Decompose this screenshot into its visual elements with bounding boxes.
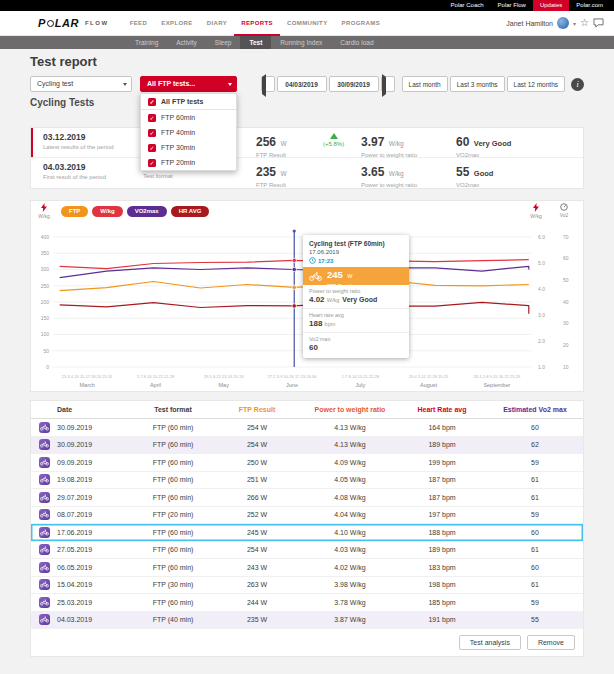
left-axis-tick: 350 [41, 250, 50, 256]
feedback-bubble-icon[interactable] [593, 18, 604, 28]
selection-line-top-dot [293, 229, 296, 232]
table-row-06.05.2019[interactable]: 06.05.2019 FTP (60 min) 243 W 4.02 W/kg … [31, 559, 583, 577]
range-button-last-month[interactable]: Last month [402, 76, 448, 92]
summary-row-first[interactable]: 04.03.2019 First result of the period FT… [31, 158, 583, 188]
checkbox-icon[interactable]: ✓ [148, 144, 156, 152]
nav-item-feed[interactable]: FEED [123, 11, 155, 36]
table-row-27.05.2019[interactable]: 27.05.2019 FTP (60 min) 254 W 4.03 W/kg … [31, 542, 583, 560]
col-estimated-vo2-max[interactable]: Estimated Vo2 max [489, 406, 581, 413]
cell-power-to-weight: 4.05 W/kg [305, 476, 395, 483]
cell-test-format: FTP (60 min) [137, 424, 209, 431]
checkbox-icon[interactable]: ✓ [148, 98, 156, 106]
subnav-item-sleep[interactable]: Sleep [206, 36, 241, 49]
legend-hr-avg[interactable]: HR AVG [171, 206, 210, 217]
cell-ftp-result: 254 W [209, 441, 305, 448]
favorites-star-icon[interactable]: ☆ [580, 18, 589, 28]
summary-latest-ftp-unit: W [280, 140, 286, 147]
summary-row-latest[interactable]: 03.12.2019 Latest results of the period … [31, 128, 583, 158]
checkbox-icon[interactable]: ✓ [148, 114, 156, 122]
topbar-link-updates[interactable]: Updates [533, 0, 569, 11]
table-row-08.07.2019[interactable]: 08.07.2019 FTP (20 min) 252 W 4.04 W/kg … [31, 507, 583, 525]
summary-latest-ftp: 256 [256, 135, 276, 149]
cell-ftp-result: 235 W [209, 616, 305, 623]
cell-date: 17.06.2019 [57, 529, 137, 536]
table-row-19.08.2019[interactable]: 19.08.2019 FTP (60 min) 251 W 4.05 W/kg … [31, 472, 583, 490]
topbar-link-polar-flow[interactable]: Polar Flow [491, 0, 533, 11]
table-row-30.09.2019[interactable]: 30.09.2019 FTP (60 min) 254 W 4.13 W/kg … [31, 437, 583, 455]
tooltip-power-section: Power to weight ratio 4.02 W/kgVery Good [303, 285, 409, 309]
topbar-link-polar-coach[interactable]: Polar Coach [444, 0, 491, 11]
selection-dot-w-kg[interactable] [292, 258, 296, 262]
legend-wkg[interactable]: W/kg [92, 206, 122, 217]
dropdown-option-ftp-30min[interactable]: ✓FTP 30min [141, 140, 236, 155]
cell-heart-rate: 187 bpm [395, 476, 489, 483]
end-date-input[interactable]: 30/09/2019 [329, 76, 379, 92]
table-row-04.03.2019[interactable]: 04.03.2019 FTP (40 min) 235 W 3.87 W/kg … [31, 612, 583, 630]
col-test-format[interactable]: Test format [137, 406, 209, 413]
table-row-17.06.2019[interactable]: 17.06.2019 FTP (60 min) 245 W 4.10 W/kg … [31, 524, 583, 542]
info-button[interactable]: i [571, 78, 584, 91]
start-date-input[interactable]: 04/03/2019 [277, 76, 327, 92]
page-title: Test report [30, 54, 97, 69]
summary-first-ftp: 235 [256, 165, 276, 179]
nav-item-programs[interactable]: PROGRAMS [335, 11, 388, 36]
next-period-button[interactable] [381, 76, 395, 92]
cell-power-to-weight: 4.02 W/kg [305, 564, 395, 571]
tooltip-power-rating: Very Good [342, 296, 377, 303]
table-row-15.04.2019[interactable]: 15.04.2019 FTP (30 min) 263 W 3.98 W/kg … [31, 577, 583, 595]
table-row-29.07.2019[interactable]: 29.07.2019 FTP (60 min) 266 W 4.08 W/kg … [31, 489, 583, 507]
legend-vo2max[interactable]: VO2max [127, 206, 167, 217]
table-row-30.09.2019[interactable]: 30.09.2019 FTP (60 min) 254 W 4.13 W/kg … [31, 419, 583, 437]
col-heart-rate-avg[interactable]: Heart Rate avg [395, 406, 489, 413]
chevron-down-icon[interactable]: ▾ [573, 20, 576, 27]
tooltip-result-banner: 245 W FTP Result [303, 267, 409, 285]
selection-dot-ftp[interactable] [292, 285, 296, 289]
cell-ftp-result: 254 W [209, 424, 305, 431]
nav-item-diary[interactable]: DIARY [200, 11, 234, 36]
subnav-item-training[interactable]: Training [126, 36, 167, 49]
checkbox-icon[interactable]: ✓ [148, 129, 156, 137]
nav-item-reports[interactable]: REPORTS [234, 11, 280, 36]
selection-dot-hr-avg[interactable] [292, 304, 296, 308]
ftp-test-select[interactable]: All FTP tests... [140, 76, 237, 92]
subnav-item-test[interactable]: Test [240, 36, 271, 49]
prev-period-button[interactable] [261, 76, 275, 92]
selection-dot-vo2max[interactable] [292, 267, 296, 271]
cell-heart-rate: 197 bpm [395, 511, 489, 518]
subnav-item-cardio-load[interactable]: Cardio load [331, 36, 382, 49]
test-analysis-button[interactable]: Test analysis [459, 635, 521, 650]
summary-first-caption: First result of the period [43, 174, 106, 180]
dropdown-option-all-ftp-tests[interactable]: ✓All FTP tests [141, 94, 236, 110]
summary-first-ftp-unit: W [280, 170, 286, 177]
tooltip-hr-value: 188 [309, 319, 322, 328]
col-power-to-weight[interactable]: Power to weight ratio [305, 406, 395, 413]
tooltip-power-label: Power to weight ratio [309, 288, 403, 294]
col-date[interactable]: Date [57, 406, 137, 413]
topbar-link-polar-com[interactable]: Polar.com [569, 0, 610, 11]
remove-button[interactable]: Remove [527, 635, 575, 650]
subnav-item-activity[interactable]: Activity [167, 36, 206, 49]
nav-item-community[interactable]: COMMUNITY [280, 11, 335, 36]
dropdown-option-ftp-60min[interactable]: ✓FTP 60min [141, 110, 236, 125]
avatar[interactable] [557, 17, 569, 29]
dropdown-option-ftp-20min[interactable]: ✓FTP 20min [141, 155, 236, 170]
range-button-last-12-months[interactable]: Last 12 months [507, 76, 565, 92]
table-row-09.09.2019[interactable]: 09.09.2019 FTP (60 min) 250 W 4.09 W/kg … [31, 454, 583, 472]
range-button-last-3-months[interactable]: Last 3 months [450, 76, 505, 92]
sport-select[interactable]: Cycling test [30, 76, 132, 92]
nav-item-explore[interactable]: EXPLORE [154, 11, 199, 36]
table-row-25.03.2019[interactable]: 25.03.2019 FTP (60 min) 244 W 3.78 W/kg … [31, 594, 583, 612]
subnav-item-running-index[interactable]: Running Index [271, 36, 331, 49]
dropdown-option-ftp-40min[interactable]: ✓FTP 40min [141, 125, 236, 140]
legend-ftp[interactable]: FTP [61, 206, 88, 217]
col-ftp-result[interactable]: FTP Result [209, 406, 305, 413]
month-label: July [355, 382, 365, 388]
summary-first-ftp-caption: FTP Result [256, 182, 287, 188]
checkbox-icon[interactable]: ✓ [148, 159, 156, 167]
polar-logo[interactable]: PLAR [38, 17, 79, 29]
cell-vo2: 60 [489, 564, 581, 571]
main-nav: FEEDEXPLOREDIARYREPORTSCOMMUNITYPROGRAMS [123, 11, 388, 36]
right-vo2-tick: 50 [563, 277, 569, 283]
user-name[interactable]: Janet Hamilton [506, 20, 553, 27]
right-wkg-tick: 4.0 [538, 286, 545, 292]
